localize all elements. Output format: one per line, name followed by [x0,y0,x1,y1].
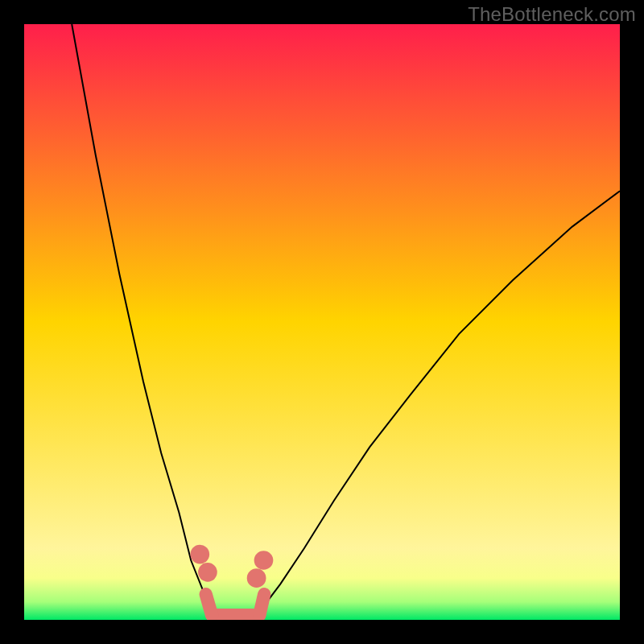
right-dot-b [254,551,274,570]
series-left-branch [72,24,226,620]
chart-frame: TheBottleneck.com [0,0,644,644]
valley-nub-right [259,594,264,615]
plot-area [24,24,620,620]
watermark-text: TheBottleneck.com [468,3,636,26]
curves-layer [24,24,620,620]
left-dot-b [198,563,217,582]
valley-nub-left [206,594,212,615]
right-dot-a [247,568,266,588]
series-right-branch [250,191,620,620]
left-dot-a [190,545,209,564]
